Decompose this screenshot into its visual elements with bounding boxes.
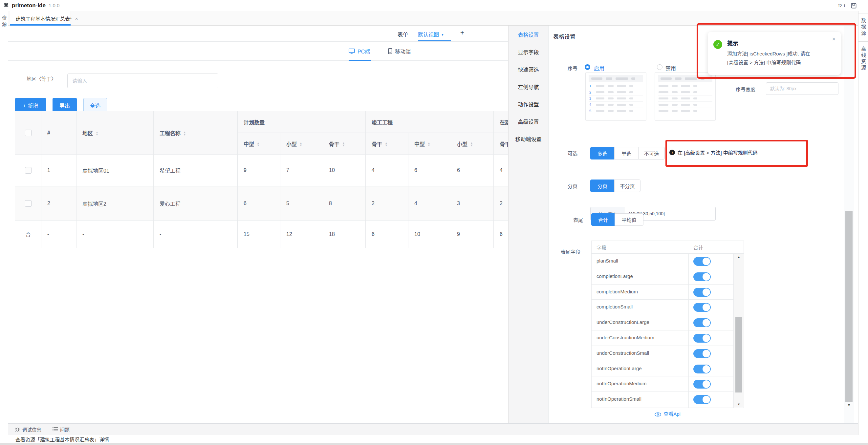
debug-info-tab[interactable]: 调试信息 bbox=[15, 426, 41, 433]
tab-pc[interactable]: PC端 bbox=[349, 42, 370, 61]
sort-icon[interactable]: ▲▼ bbox=[342, 142, 345, 147]
tab-form[interactable]: 表单 bbox=[398, 30, 408, 38]
settings-nav-left-nav[interactable]: 左侧导航 bbox=[508, 78, 548, 96]
toast-message-line2: [高级设置 > 方法] 中编写规则代码 bbox=[727, 59, 801, 66]
footer-sum-button[interactable]: 合计 bbox=[591, 213, 615, 226]
export-button[interactable]: 导出 bbox=[53, 98, 77, 113]
panel-scrollbar[interactable]: ▼ bbox=[844, 26, 854, 423]
col-header-completion-medium[interactable]: 中型▲▼ bbox=[408, 133, 451, 155]
seq-disable-radio[interactable] bbox=[657, 64, 662, 70]
save-icon[interactable] bbox=[850, 3, 857, 9]
col-header-plan-backbone[interactable]: 骨干▲▼ bbox=[323, 133, 366, 155]
field-row: notInOperationSmall bbox=[592, 392, 744, 407]
col-header-uc-backbone[interactable]: 骨干▲▼ bbox=[494, 133, 508, 155]
selectable-none-button[interactable]: 不可选 bbox=[638, 147, 665, 159]
right-activity-rail: 数据源 离线资源 bbox=[858, 11, 868, 435]
add-view-button[interactable]: + bbox=[460, 29, 464, 37]
tab-pc-label: PC端 bbox=[358, 47, 370, 55]
select-all-button[interactable]: 全选 bbox=[83, 98, 107, 113]
col-header-plan-small[interactable]: 小型▲▼ bbox=[280, 133, 323, 155]
sort-icon[interactable]: ▲▼ bbox=[385, 142, 388, 147]
sort-icon[interactable]: ▲▼ bbox=[470, 142, 473, 147]
pagination-button-group: 分页 不分页 bbox=[590, 180, 641, 192]
settings-nav-quick-filter[interactable]: 快速筛选 bbox=[508, 61, 548, 78]
cell-value: 2 bbox=[494, 186, 508, 221]
editor-area: 表单 默认视图▼ + PC端 移动端 地区〈等于〉 + 新增 导出 全选 bbox=[8, 26, 508, 423]
group-header-completion: 竣工工程 bbox=[366, 111, 494, 133]
field-toggle[interactable] bbox=[693, 288, 711, 297]
col-header-plan-medium[interactable]: 中型▲▼ bbox=[238, 133, 280, 155]
sort-icon[interactable]: ▲▼ bbox=[96, 131, 98, 136]
cell-value: 7 bbox=[280, 155, 323, 186]
sort-icon[interactable]: ▲▼ bbox=[257, 142, 260, 147]
sort-icon[interactable]: ▲▼ bbox=[183, 131, 186, 136]
status-bar: 查看资源「建筑工程基本情况汇总表」详情 bbox=[0, 435, 868, 443]
scrollbar-thumb[interactable] bbox=[845, 211, 852, 402]
titlebar-glyph-icons[interactable]: îž î bbox=[838, 3, 845, 8]
field-toggle[interactable] bbox=[693, 318, 711, 327]
tab-mobile[interactable]: 移动端 bbox=[388, 42, 411, 61]
field-row: planSmall bbox=[592, 254, 744, 269]
selectable-single-button[interactable]: 单选 bbox=[614, 147, 639, 159]
seq-disable-label[interactable]: 禁用 bbox=[665, 64, 676, 72]
field-toggle[interactable] bbox=[693, 334, 711, 343]
field-toggle[interactable] bbox=[693, 380, 711, 388]
scrollbar-thumb[interactable] bbox=[735, 317, 742, 392]
cell-region: 虚拟地区2 bbox=[76, 186, 154, 221]
cell-project: 爱心工程 bbox=[154, 186, 238, 221]
field-toggle[interactable] bbox=[693, 273, 711, 281]
col-header-completion-backbone[interactable]: 骨干▲▼ bbox=[366, 133, 408, 155]
settings-nav-table[interactable]: 表格设置 bbox=[508, 26, 548, 44]
preview-row-number: 4 bbox=[589, 103, 593, 107]
problems-tab[interactable]: 问题 bbox=[53, 426, 70, 433]
row-checkbox[interactable] bbox=[25, 167, 32, 173]
seq-enable-radio[interactable] bbox=[585, 64, 590, 70]
add-record-button[interactable]: + 新增 bbox=[15, 98, 46, 113]
field-toggle[interactable] bbox=[693, 303, 711, 312]
footer-avg-button[interactable]: 平均值 bbox=[615, 213, 644, 226]
resources-rail-tab[interactable]: 资源 bbox=[1, 15, 7, 28]
sort-icon[interactable]: ▲▼ bbox=[428, 142, 430, 147]
selectable-multi-button[interactable]: 多选 bbox=[590, 147, 615, 159]
sort-icon[interactable]: ▲▼ bbox=[300, 142, 302, 147]
row-checkbox[interactable] bbox=[25, 200, 32, 207]
tab-default-view[interactable]: 默认视图▼ bbox=[418, 30, 444, 38]
col-header-project-label: 工程名称 bbox=[160, 131, 181, 136]
offline-resources-rail-tab[interactable]: 离线资源 bbox=[859, 42, 868, 76]
debug-info-label: 调试信息 bbox=[22, 426, 41, 433]
table-row[interactable]: 1 虚拟地区01 希望工程 9 7 10 4 6 6 4 bbox=[15, 155, 508, 186]
settings-nav-advanced[interactable]: 高级设置 bbox=[508, 113, 548, 131]
selectable-label: 可选 bbox=[568, 150, 578, 157]
pagination-on-button[interactable]: 分页 bbox=[590, 180, 615, 192]
scroll-up-icon[interactable]: ▲ bbox=[734, 255, 744, 259]
field-toggle[interactable] bbox=[693, 349, 711, 358]
editor-tab-active[interactable]: 建筑工程基本情况汇总表* × bbox=[10, 11, 71, 26]
pagination-off-button[interactable]: 不分页 bbox=[614, 180, 641, 192]
sub-col-label: 骨干 bbox=[329, 141, 339, 147]
seq-enable-label[interactable]: 启用 bbox=[594, 64, 604, 72]
settings-nav-mobile[interactable]: 移动端设置 bbox=[508, 131, 548, 148]
cell-value: 8 bbox=[323, 186, 366, 221]
table-row[interactable]: 2 虚拟地区2 爱心工程 6 5 8 2 4 3 2 bbox=[15, 186, 508, 221]
select-all-checkbox[interactable] bbox=[25, 130, 32, 136]
tab-mobile-label: 移动端 bbox=[395, 47, 411, 55]
field-toggle[interactable] bbox=[693, 364, 711, 374]
view-api-link[interactable]: 查看Api bbox=[591, 410, 744, 417]
tab-close-icon[interactable]: × bbox=[75, 16, 78, 21]
settings-nav-actions[interactable]: 动作设置 bbox=[508, 96, 548, 113]
filter-input[interactable] bbox=[67, 73, 218, 88]
footer-fields-table: 字段 合计 planSmall completionLarge completi… bbox=[591, 241, 744, 408]
col-header-completion-small[interactable]: 小型▲▼ bbox=[451, 133, 494, 155]
field-toggle[interactable] bbox=[693, 395, 711, 404]
col-header-project[interactable]: 工程名称▲▼ bbox=[154, 111, 238, 155]
seq-width-input[interactable] bbox=[766, 83, 838, 95]
toast-close-icon[interactable]: × bbox=[832, 36, 836, 43]
field-toggle[interactable] bbox=[693, 257, 711, 266]
scroll-down-icon[interactable]: ▼ bbox=[844, 403, 854, 407]
field-list-scrollbar[interactable]: ▲ ▼ bbox=[734, 254, 744, 407]
datasource-rail-tab[interactable]: 数据源 bbox=[859, 13, 868, 42]
col-header-region[interactable]: 地区▲▼ bbox=[76, 111, 154, 155]
scroll-down-icon[interactable]: ▼ bbox=[734, 403, 744, 406]
success-check-icon: ✓ bbox=[713, 40, 722, 49]
settings-nav-fields[interactable]: 显示字段 bbox=[508, 44, 548, 61]
